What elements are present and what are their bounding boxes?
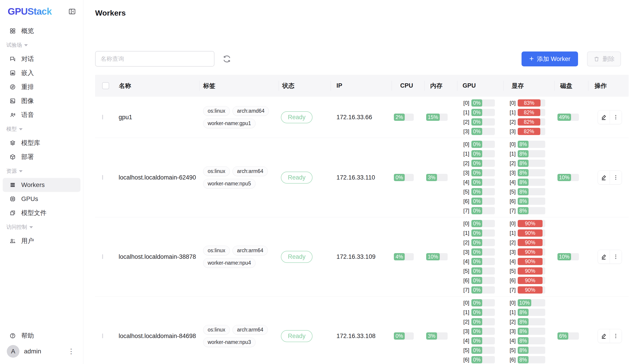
- vram-line: [5]8%: [506, 346, 554, 355]
- sidebar-item-voice[interactable]: 语音: [3, 108, 80, 122]
- vram-usage-value: 90%: [518, 239, 542, 246]
- gpu-index: [4]: [460, 258, 469, 265]
- disk-usage-track: 10%: [558, 253, 579, 260]
- sidebar-group-playground[interactable]: 试验场: [3, 38, 80, 52]
- column-header-labels: 标签: [200, 82, 278, 90]
- vram-index: [1]: [506, 151, 516, 157]
- gpu-usage-value: 0%: [471, 109, 482, 116]
- gpu-line: [2]0%: [460, 158, 504, 168]
- plus-icon: +: [529, 54, 534, 63]
- table-row: gpu1 os:linuxarch:amd64worker-name:gpu1 …: [95, 97, 629, 138]
- vram-line: [3]8%: [506, 168, 554, 177]
- row-checkbox[interactable]: [102, 175, 103, 180]
- status-badge: Ready: [281, 172, 312, 184]
- gpu-usage-value: 0%: [471, 198, 482, 205]
- sidebar-item-label: 模型文件: [21, 209, 46, 217]
- column-header-disk: 磁盘: [554, 82, 588, 90]
- gpu-line: [1]0%: [460, 308, 504, 317]
- vram-index: [3]: [506, 249, 516, 255]
- sidebar-item-rerank[interactable]: 重排: [3, 80, 80, 94]
- gpu-line: [5]0%: [460, 187, 504, 196]
- select-all-checkbox[interactable]: [102, 82, 109, 89]
- search-input[interactable]: [95, 51, 214, 67]
- gpu-usage-track: 0%: [471, 188, 495, 195]
- row-checkbox[interactable]: [102, 115, 103, 119]
- gpu-usage-value: 0%: [471, 267, 482, 275]
- vram-usage-track: 90%: [518, 248, 545, 256]
- gpu-usage-track: 0%: [471, 229, 495, 237]
- disk-usage-track: 49%: [558, 114, 579, 121]
- gpu-usage-track: 0%: [471, 169, 495, 176]
- vram-index: [0]: [506, 100, 516, 106]
- cpu-usage-track: 2%: [394, 114, 414, 121]
- table-body: gpu1 os:linuxarch:amd64worker-name:gpu1 …: [95, 97, 629, 364]
- gpu-index: [1]: [460, 230, 469, 236]
- gpu-usage-track: 0%: [471, 286, 495, 294]
- gpu-usage-value: 0%: [471, 277, 482, 284]
- sidebar-item-label: 图像: [21, 97, 34, 105]
- gpu-usage-track: 0%: [471, 128, 495, 135]
- cpu-usage-bar: 2%: [392, 114, 424, 121]
- vram-usage-value: 8%: [518, 347, 528, 354]
- trash-icon: [594, 56, 600, 62]
- gpu-usage-value: 0%: [471, 169, 482, 176]
- sidebar-item-image[interactable]: 图像: [3, 94, 80, 108]
- sidebar-group-access-control[interactable]: 访问控制: [3, 220, 80, 234]
- row-checkbox[interactable]: [102, 254, 103, 259]
- sidebar-item-model-catalog[interactable]: 模型库: [3, 136, 80, 150]
- sidebar-item-workers[interactable]: Workers: [3, 178, 80, 192]
- vram-usage-value: 8%: [518, 318, 528, 325]
- collapse-sidebar-icon[interactable]: [67, 7, 77, 16]
- user-menu-kebab-icon[interactable]: ⋮: [66, 347, 77, 356]
- gpu-usage-value: 0%: [471, 160, 482, 167]
- sidebar-item-overview[interactable]: 概览: [3, 24, 80, 38]
- sidebar-item-model-files[interactable]: 模型文件: [3, 206, 80, 220]
- vram-usage-track: 90%: [518, 258, 545, 265]
- row-menu-kebab-icon[interactable]: [610, 171, 622, 184]
- gpu-line: [2]0%: [460, 317, 504, 327]
- cpu-usage-track: 0%: [394, 332, 414, 340]
- worker-label-tag: os:linux: [203, 246, 230, 255]
- gpu-usage-value: 0%: [471, 118, 482, 126]
- row-menu-kebab-icon[interactable]: [610, 110, 622, 124]
- edit-button[interactable]: [598, 171, 610, 184]
- edit-button[interactable]: [598, 250, 610, 264]
- sidebar-item-deployments[interactable]: 部署: [3, 150, 80, 164]
- worker-ip: 172.16.33.108: [330, 333, 392, 340]
- embedding-icon: [9, 69, 16, 76]
- chat-icon: [9, 55, 16, 62]
- gpu-usage-value: 0%: [471, 337, 482, 344]
- chevron-down-icon: [24, 44, 28, 46]
- row-menu-kebab-icon[interactable]: [610, 329, 622, 343]
- sidebar-item-users[interactable]: 用户: [3, 234, 80, 248]
- row-checkbox[interactable]: [102, 334, 103, 338]
- add-worker-button[interactable]: + 添加 Worker: [522, 51, 578, 66]
- vram-index: [6]: [506, 198, 516, 204]
- files-icon: [9, 209, 16, 217]
- gpu-line: [1]0%: [460, 108, 504, 117]
- vram-line: [0]90%: [506, 219, 554, 228]
- edit-button[interactable]: [598, 110, 610, 124]
- sidebar-group-models[interactable]: 模型: [3, 122, 80, 136]
- vram-line: [0]83%: [506, 98, 554, 108]
- edit-button[interactable]: [598, 329, 610, 343]
- delete-button[interactable]: 删除: [587, 51, 621, 66]
- gpu-usage-value: 0%: [471, 141, 482, 148]
- sidebar-item-chat[interactable]: 对话: [3, 52, 80, 66]
- sidebar-group-resources[interactable]: 资源: [3, 164, 80, 178]
- gpu-line: [3]0%: [460, 127, 504, 136]
- cpu-usage-value: 0%: [394, 332, 405, 340]
- gpu-index: [2]: [460, 119, 469, 125]
- sidebar-item-embedding[interactable]: 嵌入: [3, 66, 80, 80]
- sidebar-item-gpus[interactable]: GPUs: [3, 192, 80, 206]
- worker-label-tag: worker-name:npu4: [203, 258, 256, 268]
- gpu-usage-value: 0%: [471, 128, 482, 135]
- gpu-line: [4]0%: [460, 257, 504, 266]
- vram-line: [6]8%: [506, 196, 554, 206]
- table-header: 名称 标签 状态 IP CPU 内存 GPU 显存 磁盘 操作: [95, 75, 629, 97]
- refresh-icon[interactable]: [222, 54, 232, 64]
- sidebar-item-help[interactable]: 帮助: [3, 329, 80, 343]
- row-menu-kebab-icon[interactable]: [610, 250, 622, 264]
- gpu-line: [2]0%: [460, 238, 504, 247]
- gpu-index: [3]: [460, 128, 469, 135]
